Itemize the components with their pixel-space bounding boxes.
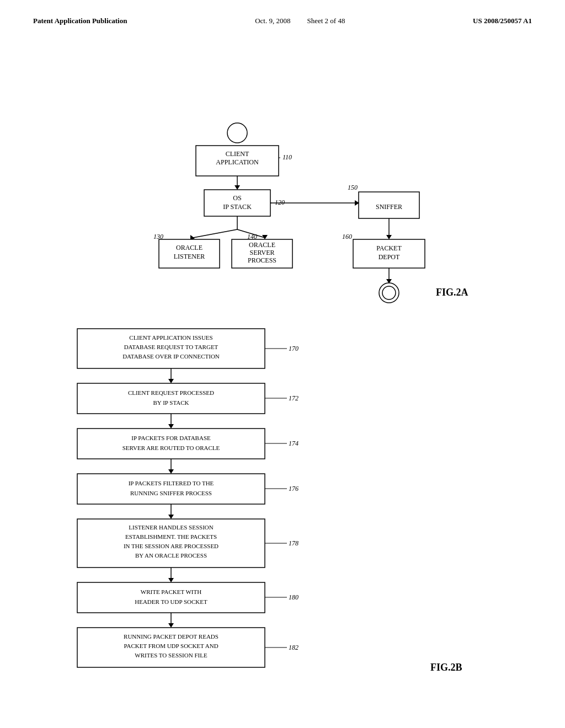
svg-text:CLIENT: CLIENT — [226, 150, 249, 158]
svg-text:BY  IP  STACK: BY IP STACK — [153, 399, 189, 406]
svg-marker-87 — [168, 623, 174, 628]
svg-text:FIG.2B: FIG.2B — [430, 662, 462, 673]
svg-text:RUNNING  SNIFFER  PROCESS: RUNNING SNIFFER PROCESS — [130, 490, 212, 496]
svg-marker-64 — [168, 469, 174, 474]
svg-marker-50 — [168, 379, 174, 383]
svg-text:SERVER: SERVER — [249, 249, 274, 256]
svg-text:HEADER  TO  UDP  SOCKET: HEADER TO UDP SOCKET — [135, 598, 207, 605]
svg-rect-58 — [77, 429, 265, 459]
svg-rect-81 — [77, 582, 265, 613]
svg-text:150: 150 — [348, 184, 358, 191]
svg-text:ESTABLISHMENT.  THE  PACKETS: ESTABLISHMENT. THE PACKETS — [125, 533, 217, 540]
svg-text:RUNNING  PACKET  DEPOT  READS: RUNNING PACKET DEPOT READS — [124, 633, 218, 640]
svg-text:FIG.2A: FIG.2A — [436, 287, 468, 298]
svg-text:110: 110 — [282, 153, 292, 161]
svg-text:120: 120 — [275, 199, 285, 206]
sheet-info: Sheet 2 of 48 — [307, 17, 345, 25]
svg-text:WRITE  PACKET  WITH: WRITE PACKET WITH — [141, 588, 201, 595]
svg-rect-51 — [77, 383, 265, 414]
publication-date: Oct. 9, 2008 — [255, 17, 290, 25]
svg-rect-65 — [77, 474, 265, 504]
header-center: Oct. 9, 2008 Sheet 2 of 48 — [255, 17, 345, 25]
svg-text:PACKET  FROM  UDP  SOCKET  AND: PACKET FROM UDP SOCKET AND — [124, 643, 218, 649]
svg-text:170: 170 — [289, 345, 299, 352]
patent-number: US 2008/250057 A1 — [473, 17, 532, 25]
svg-text:IN  THE  SESSION  ARE  PROCESS: IN THE SESSION ARE PROCESSED — [124, 543, 218, 549]
svg-text:CLIENT  REQUEST  PROCESSED: CLIENT REQUEST PROCESSED — [128, 389, 214, 396]
svg-text:IP  PACKETS  FILTERED  TO  THE: IP PACKETS FILTERED TO THE — [129, 480, 214, 486]
fig2a-diagram: CLIENT APPLICATION 110 OS IP STACK 120 1… — [33, 42, 532, 312]
svg-marker-71 — [168, 515, 174, 519]
svg-text:DEPOT: DEPOT — [379, 253, 400, 261]
svg-point-41 — [382, 286, 396, 299]
publication-label: Patent Application Publication — [33, 17, 127, 25]
svg-text:DATABASE  OVER  IP  CONNECTION: DATABASE OVER IP CONNECTION — [122, 353, 220, 360]
page: Patent Application Publication Oct. 9, 2… — [0, 0, 565, 728]
svg-text:PROCESS: PROCESS — [248, 256, 276, 264]
svg-text:SERVER  ARE  ROUTED  TO  ORACL: SERVER ARE ROUTED TO ORACLE — [122, 445, 220, 451]
svg-marker-33 — [386, 235, 392, 239]
svg-text:ORACLE: ORACLE — [176, 244, 202, 251]
svg-text:WRITES  TO  SESSION  FILE: WRITES TO SESSION FILE — [135, 652, 207, 659]
svg-text:OS: OS — [233, 194, 241, 202]
svg-text:IP  PACKETS  FOR  DATABASE: IP PACKETS FOR DATABASE — [131, 435, 211, 441]
svg-text:LISTENER: LISTENER — [174, 253, 205, 260]
svg-text:180: 180 — [289, 593, 299, 601]
svg-text:182: 182 — [289, 644, 299, 651]
svg-marker-57 — [168, 424, 174, 429]
svg-marker-7 — [234, 185, 240, 190]
svg-text:172: 172 — [289, 394, 299, 402]
svg-marker-80 — [168, 578, 174, 582]
svg-text:CLIENT  APPLICATION  ISSUES: CLIENT APPLICATION ISSUES — [129, 334, 212, 341]
svg-point-0 — [227, 123, 247, 143]
svg-text:PACKET: PACKET — [376, 244, 402, 252]
svg-text:176: 176 — [289, 485, 299, 493]
svg-text:ORACLE: ORACLE — [249, 241, 275, 249]
fig2a-svg: CLIENT APPLICATION 110 OS IP STACK 120 1… — [33, 42, 565, 312]
svg-text:160: 160 — [342, 233, 352, 240]
svg-text:SNIFFER: SNIFFER — [376, 203, 402, 211]
svg-text:BY  AN  ORACLE  PROCESS: BY AN ORACLE PROCESS — [135, 552, 207, 559]
fig2b-diagram: CLIENT APPLICATION ISSUES DATABASE REQUE… — [33, 323, 532, 728]
svg-text:APPLICATION: APPLICATION — [216, 158, 259, 166]
svg-text:DATABASE  REQUEST  TO  TARGET: DATABASE REQUEST TO TARGET — [124, 344, 218, 350]
svg-text:178: 178 — [289, 539, 299, 547]
svg-text:174: 174 — [289, 440, 299, 447]
svg-text:LISTENER  HANDLES  SESSION: LISTENER HANDLES SESSION — [129, 524, 213, 531]
svg-text:IP STACK: IP STACK — [223, 203, 252, 211]
fig2b-svg: CLIENT APPLICATION ISSUES DATABASE REQUE… — [33, 323, 565, 728]
page-header: Patent Application Publication Oct. 9, 2… — [33, 17, 532, 25]
svg-line-19 — [193, 229, 237, 238]
